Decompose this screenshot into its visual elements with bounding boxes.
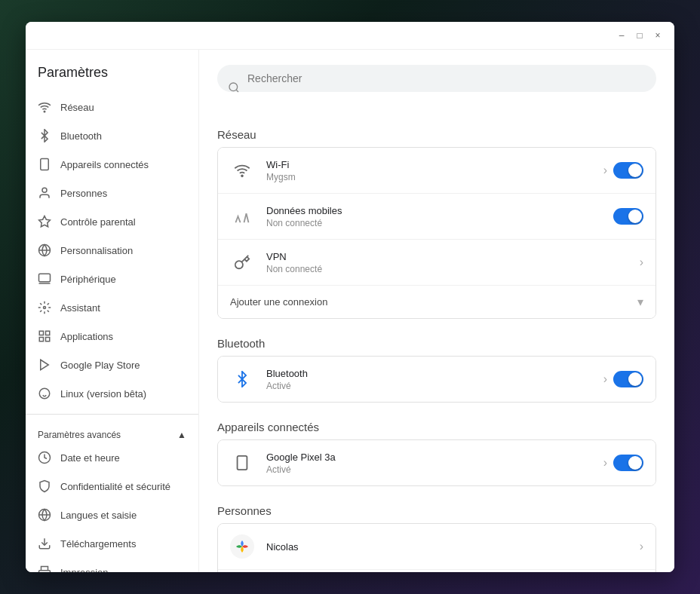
appareils-section-title: Appareils connectés [217,421,656,433]
vpn-row[interactable]: VPN Non connecté › [218,240,655,286]
sidebar-item-controle-label: Contrôle parental [60,216,136,228]
devices-icon [38,158,51,171]
wifi-row-right: › [603,162,643,179]
sidebar-item-confidentialite-label: Confidentialité et sécurité [60,481,170,492]
mobile-title: Données mobiles [266,205,613,216]
add-connection-chevron-icon: ▾ [637,295,643,309]
sidebar-item-applications-label: Applications [60,331,113,342]
pixel-row-content: Google Pixel 3a Activé [266,452,603,475]
search-icon [228,81,240,93]
pixel-toggle[interactable] [613,455,643,471]
pixel-chevron-icon: › [603,456,607,470]
minimize-button[interactable]: – [614,28,629,43]
sidebar-item-peripherique-label: Périphérique [60,274,116,285]
vpn-chevron-icon: › [640,256,643,269]
search-container [217,65,656,110]
wifi-row-content: Wi-Fi Mygsm [266,159,603,182]
svg-point-0 [44,111,45,112]
mobile-row[interactable]: Données mobiles Non connecté [218,194,655,240]
sidebar-item-peripherique[interactable]: Périphérique [26,265,186,293]
wifi-row[interactable]: Wi-Fi Mygsm › [218,148,655,194]
sidebar-item-langues[interactable]: Langues et saisie [26,501,186,529]
sidebar-item-impression-label: Impression [60,567,109,573]
sync-row[interactable]: Synchronisation Activée – Tout synchroni… [218,570,655,572]
advanced-section-toggle[interactable]: Paramètres avancés ▲ [26,421,198,443]
nicolas-row-icon [230,534,254,559]
sidebar-item-date[interactable]: Date et heure [26,443,186,472]
appareils-card: Google Pixel 3a Activé › [217,439,656,486]
sidebar-item-bluetooth[interactable]: Bluetooth [26,121,186,150]
sidebar-item-playstore[interactable]: Google Play Store [26,351,186,379]
sidebar-item-reseau[interactable]: Réseau [26,93,186,121]
bt-row-right: › [603,371,643,387]
reseau-card: Wi-Fi Mygsm › Don [217,147,656,319]
bluetooth-row[interactable]: Bluetooth Activé › [218,357,655,402]
add-connection-row[interactable]: Ajouter une connexion ▾ [218,286,655,318]
nicolas-row[interactable]: Nicolas › [218,524,655,570]
add-connection-label: Ajouter une connexion [230,296,327,308]
assistant-icon [38,301,51,314]
close-button[interactable]: × [650,28,665,43]
bluetooth-toggle[interactable] [613,371,643,387]
pixel-row-right: › [603,455,643,471]
grid-icon [38,329,51,343]
vpn-row-icon [230,250,254,274]
mobile-row-content: Données mobiles Non connecté [266,205,613,228]
vpn-subtitle: Non connecté [266,264,640,274]
sidebar-item-linux-label: Linux (version bêta) [60,388,146,400]
svg-line-23 [236,90,238,92]
svg-rect-12 [39,338,43,341]
laptop-icon [38,272,51,286]
bt-svg [234,371,250,387]
sidebar-item-assistant-label: Assistant [60,302,100,314]
mobile-row-right [613,208,643,225]
pixel-row[interactable]: Google Pixel 3a Activé › [218,440,655,485]
sidebar-item-reseau-label: Réseau [60,102,94,113]
bt-row-content: Bluetooth Activé [266,368,603,391]
reseau-section-title: Réseau [217,128,656,141]
sidebar-item-controle[interactable]: Contrôle parental [26,207,186,236]
sidebar-item-applications[interactable]: Applications [26,322,186,351]
maximize-button[interactable]: □ [632,28,647,43]
wifi-chevron-icon: › [603,164,607,177]
advanced-section-label: Paramètres avancés [38,430,121,440]
bluetooth-section-title: Bluetooth [217,337,656,350]
sidebar-item-confidentialite[interactable]: Confidentialité et sécurité [26,472,186,501]
bt-row-icon [230,367,254,391]
wifi-row-svg [234,162,250,179]
svg-point-15 [39,388,50,399]
download-icon [38,537,51,550]
svg-marker-4 [39,216,51,227]
sidebar-item-appareils[interactable]: Appareils connectés [26,150,186,179]
person-icon [38,186,51,200]
mobile-toggle[interactable] [613,208,643,225]
bt-subtitle: Activé [266,381,603,391]
bt-title: Bluetooth [266,368,603,379]
sidebar-item-personnes[interactable]: Personnes [26,179,186,207]
sidebar-item-telechargements[interactable]: Téléchargements [26,529,186,558]
star-icon [38,215,51,228]
wifi-toggle[interactable] [613,162,643,179]
nicolas-title: Nicolas [266,541,640,553]
nicolas-row-content: Nicolas [266,541,640,553]
sidebar: Paramètres Réseau Bluetooth Ap [26,50,199,572]
sidebar-item-date-label: Date et heure [60,452,120,464]
wifi-subtitle: Mygsm [266,172,603,182]
mobile-svg [234,208,250,225]
svg-rect-13 [46,338,50,341]
pixel-row-icon [230,451,254,475]
linux-icon [38,387,51,400]
sidebar-item-assistant[interactable]: Assistant [26,293,186,322]
sidebar-item-impression[interactable]: Impression [26,558,186,572]
sidebar-item-personnes-label: Personnes [60,188,107,199]
sidebar-item-personnalisation-label: Personnalisation [60,245,133,256]
vpn-title: VPN [266,251,640,262]
sidebar-item-personnalisation[interactable]: Personnalisation [26,236,186,265]
search-input[interactable] [217,65,656,92]
sidebar-item-linux[interactable]: Linux (version bêta) [26,379,186,408]
pixel-subtitle: Activé [266,464,603,475]
main-content: Réseau Wi-Fi Mygsm › [199,50,674,572]
vpn-row-right: › [640,256,643,269]
bluetooth-icon [38,129,51,142]
bluetooth-card: Bluetooth Activé › [217,356,656,403]
